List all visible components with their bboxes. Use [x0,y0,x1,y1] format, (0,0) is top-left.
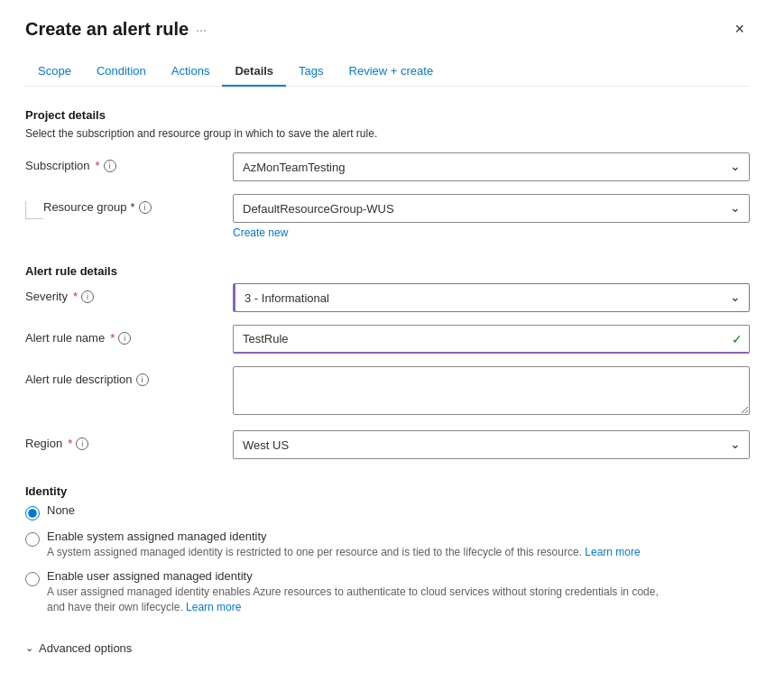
identity-user-assigned-desc: A user assigned managed identity enables… [47,585,678,615]
alert-rule-desc-info-icon[interactable]: i [136,373,149,386]
region-select-wrapper: West US East US East US 2 West Europe [233,430,750,459]
resource-group-row: Resource group * i DefaultResourceGroup-… [25,194,750,239]
tab-review-create[interactable]: Review + create [337,57,447,87]
subscription-select-wrapper: AzMonTeamTesting [233,152,750,181]
identity-user-assigned-row: Enable user assigned managed identity A … [25,569,750,615]
identity-none-row: None [25,503,750,520]
tab-details[interactable]: Details [222,57,286,87]
alert-rule-name-input-wrapper: ✓ [233,325,750,354]
identity-section: Identity None Enable system assigned man… [25,484,750,614]
tab-tags[interactable]: Tags [286,57,336,87]
alert-rule-name-input[interactable] [233,325,750,354]
alert-rule-name-required: * [110,331,115,345]
identity-user-assigned-learn-more[interactable]: Learn more [186,601,241,613]
resource-group-control: DefaultResourceGroup-WUS Create new [233,194,750,239]
region-row: Region * i West US East US East US 2 Wes… [25,430,750,459]
region-label: Region * i [25,430,233,450]
alert-rule-name-check-icon: ✓ [732,332,743,346]
identity-user-assigned-label-area: Enable user assigned managed identity A … [47,569,678,615]
identity-user-assigned-radio[interactable] [25,572,40,586]
identity-system-assigned-row: Enable system assigned managed identity … [25,530,750,560]
resource-group-label-area: Resource group * i [43,194,233,214]
resource-group-select-wrapper: DefaultResourceGroup-WUS [233,194,750,223]
severity-info-icon[interactable]: i [81,290,94,303]
chevron-down-icon: ⌄ [25,642,33,654]
identity-none-label-area: None [47,503,75,517]
create-alert-rule-dialog: Create an alert rule ··· × Scope Conditi… [0,0,775,700]
alert-rule-name-info-icon[interactable]: i [118,332,131,345]
alert-rule-name-row: Alert rule name * i ✓ [25,325,750,354]
dialog-title-extra: ··· [196,23,207,37]
region-required: * [68,437,72,450]
indent-line [25,201,43,219]
resource-group-select[interactable]: DefaultResourceGroup-WUS [233,194,750,223]
identity-system-assigned-label: Enable system assigned managed identity [47,530,641,543]
severity-select[interactable]: 3 - Informational 0 - Critical 1 - Error… [233,283,750,312]
subscription-label: Subscription * i [25,152,233,172]
severity-label: Severity * i [25,283,233,303]
tab-scope[interactable]: Scope [25,57,84,87]
close-button[interactable]: × [729,18,750,41]
alert-rule-desc-textarea[interactable] [233,366,750,415]
project-details-desc: Select the subscription and resource gro… [25,127,750,140]
subscription-control: AzMonTeamTesting [233,152,750,181]
project-details-title: Project details [25,108,750,122]
tab-actions[interactable]: Actions [159,57,223,87]
dialog-header: Create an alert rule ··· × [25,18,750,41]
identity-system-assigned-learn-more[interactable]: Learn more [585,546,640,558]
identity-user-assigned-label: Enable user assigned managed identity [47,569,678,583]
region-select[interactable]: West US East US East US 2 West Europe [233,430,750,459]
identity-section-title: Identity [25,484,750,498]
subscription-select[interactable]: AzMonTeamTesting [233,152,750,181]
subscription-info-icon[interactable]: i [104,160,116,172]
identity-system-assigned-label-area: Enable system assigned managed identity … [47,530,641,560]
alert-rule-name-label: Alert rule name * i [25,325,233,345]
region-control: West US East US East US 2 West Europe [233,430,750,459]
alert-rule-desc-control [233,366,750,418]
identity-none-radio[interactable] [25,506,40,520]
alert-rule-name-control: ✓ [233,325,750,354]
alert-rule-details-section: Alert rule details Severity * i 3 - Info… [25,264,750,459]
identity-none-label: None [47,503,75,517]
resource-group-info-icon[interactable]: i [139,201,152,214]
advanced-options-toggle[interactable]: ⌄ Advanced options [25,636,750,660]
identity-system-assigned-radio[interactable] [25,532,40,547]
alert-rule-desc-label: Alert rule description i [25,366,233,386]
project-details-section: Project details Select the subscription … [25,108,750,239]
severity-select-wrapper: 3 - Informational 0 - Critical 1 - Error… [233,283,750,312]
alert-rule-desc-row: Alert rule description i [25,366,750,418]
alert-rule-details-title: Alert rule details [25,264,750,278]
advanced-options-label: Advanced options [39,641,132,655]
region-info-icon[interactable]: i [76,438,88,450]
header-left: Create an alert rule ··· [25,19,207,40]
dialog-title: Create an alert rule [25,19,189,40]
subscription-required: * [96,159,100,172]
tab-bar: Scope Condition Actions Details Tags Rev… [25,57,750,87]
create-new-link[interactable]: Create new [233,226,288,239]
tab-condition[interactable]: Condition [84,57,159,87]
resource-group-required: * [131,200,135,214]
subscription-row: Subscription * i AzMonTeamTesting [25,152,750,181]
severity-control: 3 - Informational 0 - Critical 1 - Error… [233,283,750,312]
severity-required: * [73,290,78,303]
identity-system-assigned-desc: A system assigned managed identity is re… [47,545,641,560]
severity-row: Severity * i 3 - Informational 0 - Criti… [25,283,750,312]
